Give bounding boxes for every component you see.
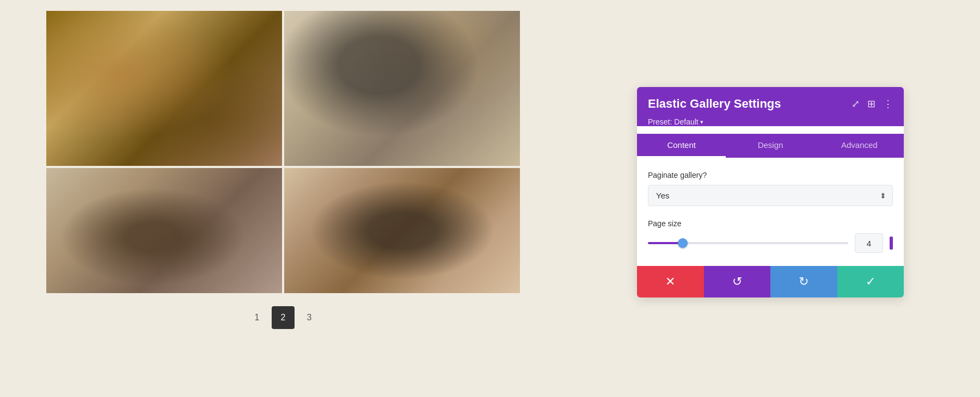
page-button-1[interactable]: 1 [246,306,268,329]
page-size-label: Page size [648,219,893,228]
preset-row: Preset: Default ▾ [648,117,893,126]
confirm-button[interactable]: ✓ [837,266,904,297]
gallery-image-3 [46,168,282,293]
paginate-select[interactable]: Yes No [648,185,893,206]
gallery-image-2 [284,11,520,166]
gallery-grid [46,11,520,293]
gallery-image-1 [46,11,282,166]
panel-header: Elastic Gallery Settings ⤢ ⊞ ⋮ Preset: D… [637,87,904,126]
panel-tabs: Content Design Advanced [637,134,904,158]
settings-panel: Elastic Gallery Settings ⤢ ⊞ ⋮ Preset: D… [637,87,904,297]
gallery-area: 1 2 3 [0,0,566,397]
panel-header-top: Elastic Gallery Settings ⤢ ⊞ ⋮ [648,97,893,111]
cancel-button[interactable]: ✕ [637,266,704,297]
paginate-select-wrapper: Yes No ⬍ [648,185,893,206]
page-button-3[interactable]: 3 [298,306,321,329]
page-size-slider[interactable] [648,242,848,244]
slider-edge-indicator [890,237,893,250]
panel-header-icons: ⤢ ⊞ ⋮ [852,98,893,110]
paginate-label: Paginate gallery? [648,171,893,179]
columns-icon[interactable]: ⊞ [867,98,875,110]
action-bar: ✕ ↺ ↻ ✓ [637,266,904,297]
expand-icon[interactable]: ⤢ [852,98,860,110]
redo-button[interactable]: ↻ [770,266,837,297]
page-button-2[interactable]: 2 [272,306,295,329]
more-icon[interactable]: ⋮ [883,98,893,110]
preset-label: Preset: [648,117,672,126]
preset-chevron-icon: ▾ [700,119,703,126]
page-size-value: 4 [855,233,883,253]
pagination: 1 2 3 [246,306,321,329]
tab-content[interactable]: Content [637,134,726,158]
reset-button[interactable]: ↺ [704,266,771,297]
page-size-slider-row: 4 [648,233,893,253]
tab-advanced[interactable]: Advanced [815,134,904,158]
preset-value[interactable]: Default [674,117,698,126]
panel-title: Elastic Gallery Settings [648,97,781,111]
gallery-image-4 [284,168,520,293]
panel-content: Paginate gallery? Yes No ⬍ Page size 4 [637,158,904,266]
tab-design[interactable]: Design [726,134,814,158]
